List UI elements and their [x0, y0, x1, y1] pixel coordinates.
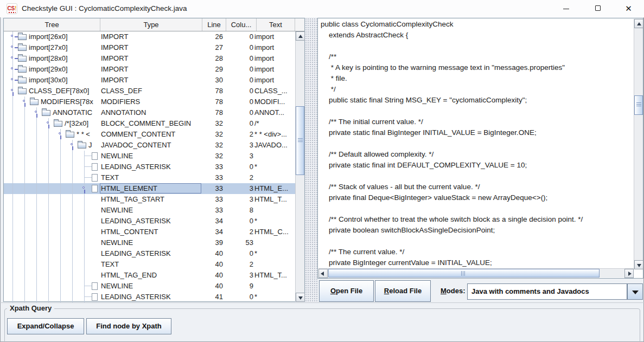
code-line: [318, 138, 634, 149]
tree-guide-line: [36, 194, 37, 205]
close-button[interactable]: ✕: [613, 0, 644, 17]
code-scroll-right-button[interactable]: [624, 269, 634, 278]
tree-guide-line: [36, 248, 37, 259]
split-pane-divider[interactable]: [305, 18, 317, 302]
tree-table-row[interactable]: HTML_CONTENT342HTML_C...: [4, 227, 295, 237]
tree-guide-line: [24, 281, 25, 292]
code-pane: public class CyclomaticComplexityCheck e…: [317, 18, 643, 279]
tree-table-row[interactable]: HTML_TAG_START333HTML_T...: [4, 194, 295, 205]
minimize-button[interactable]: [550, 0, 582, 17]
modes-combobox[interactable]: Java with comments and Javadocs: [467, 283, 627, 300]
tree-table-row[interactable]: import[30x0]IMPORT300import: [4, 75, 295, 86]
code-hscrollbar-thumb[interactable]: [328, 269, 600, 278]
maximize-button[interactable]: [582, 0, 614, 17]
code-scroll-down-button[interactable]: [634, 260, 643, 269]
tree-table-row[interactable]: TEXT332: [4, 172, 295, 183]
tree-guide-line: [24, 172, 25, 183]
ast-tree-table: Tree Type Line Colu... Text import[26x0]…: [3, 18, 305, 302]
tree-table-row[interactable]: JJAVADOC_CONTENT323JAVADO...: [4, 140, 295, 151]
cell-line: 26: [198, 31, 223, 42]
tree-cell: [4, 292, 100, 302]
tree-guide-line: [48, 216, 49, 227]
cell-line: 29: [198, 64, 223, 75]
modes-combobox-arrow-button[interactable]: [627, 283, 643, 300]
tree-table-row[interactable]: /*[32x0]BLOCK_COMMENT_BEGIN320/*: [4, 118, 295, 129]
tree-scroll-up-button[interactable]: [296, 31, 305, 41]
column-header-tree[interactable]: Tree: [4, 18, 100, 31]
tree-guide-line: [36, 227, 37, 237]
code-horizontal-scrollbar[interactable]: [318, 268, 634, 278]
tree-cell: [4, 248, 100, 259]
tree-guide-line: [12, 151, 13, 162]
tree-table-row[interactable]: LEADING_ASTERISK410*: [4, 292, 295, 302]
tree-table-row[interactable]: * * <COMMENT_CONTENT322* * <div>...: [4, 129, 295, 140]
tree-table-row[interactable]: TEXT402: [4, 259, 295, 270]
tree-guide-line: [72, 162, 73, 172]
tree-guide-line: [36, 140, 37, 151]
tree-table-row[interactable]: NEWLINE323: [4, 151, 295, 162]
tree-guide-line: [12, 227, 13, 237]
reload-file-button[interactable]: Reload File: [375, 280, 431, 302]
tree-collapse-handle-icon[interactable]: [82, 185, 92, 193]
code-line: * file.: [318, 73, 634, 84]
tree-table-header: Tree Type Line Colu... Text: [4, 18, 304, 31]
code-editor[interactable]: public class CyclomaticComplexityCheck e…: [318, 19, 634, 269]
code-scroll-up-button[interactable]: [634, 19, 643, 28]
tree-table-row[interactable]: HTML_TAG_END403HTML_T...: [4, 270, 295, 281]
cell-column: 2: [223, 129, 253, 140]
tree-guide-line: [72, 248, 73, 259]
code-line: [318, 203, 634, 214]
tree-guide-line: [48, 172, 49, 183]
cell-type: LEADING_ASTERISK: [101, 162, 201, 172]
code-scrollbar-thumb[interactable]: [634, 95, 643, 115]
cell-text: [254, 172, 295, 183]
tree-table-row[interactable]: NEWLINE338: [4, 205, 295, 216]
tree-table-row[interactable]: CLASS_DEF[78x0]CLASS_DEF780CLASS_...: [4, 86, 295, 96]
tree-guide-line: [12, 205, 13, 216]
focused-cell-border: [100, 183, 201, 193]
tree-guide-line: [36, 237, 37, 248]
tree-cell: [4, 172, 100, 183]
column-header-line[interactable]: Line: [202, 18, 226, 31]
app-icon-cs-text: CS: [7, 5, 15, 11]
tree-node-label: import[29x0]: [29, 64, 68, 75]
handle-knob: [11, 89, 13, 91]
tree-table-row[interactable]: NEWLINE3953: [4, 237, 295, 248]
tree-table-row[interactable]: import[29x0]IMPORT290import: [4, 64, 295, 75]
tree-table-row[interactable]: LEADING_ASTERISK400*: [4, 248, 295, 259]
tree-scroll-down-button[interactable]: [296, 293, 305, 302]
cell-column: 0: [223, 42, 253, 53]
tree-guide-line: [36, 151, 37, 162]
open-file-button[interactable]: Open File: [319, 280, 374, 302]
tree-table-row[interactable]: import[28x0]IMPORT280import: [4, 53, 295, 64]
cell-column: 3: [223, 270, 253, 281]
tree-table-row[interactable]: import[27x0]IMPORT270import: [4, 42, 295, 53]
code-vertical-scrollbar[interactable]: [634, 19, 643, 269]
column-header-type[interactable]: Type: [100, 18, 202, 31]
tree-table-row[interactable]: NEWLINE409: [4, 281, 295, 292]
tree-vertical-scrollbar[interactable]: [295, 31, 304, 302]
column-header-text[interactable]: Text: [257, 18, 295, 31]
code-line: private boolean switchBlockAsSingleDecis…: [318, 225, 634, 236]
find-node-by-xpath-button[interactable]: Find node by Xpath: [86, 318, 171, 334]
tree-guide-line: [36, 129, 37, 140]
tree-table-row[interactable]: MODIFIERS[78xMODIFIERS780MODIFI...: [4, 96, 295, 107]
tree-table-row[interactable]: LEADING_ASTERISK330*: [4, 162, 295, 172]
expand-collapse-button[interactable]: Expand/Collapse: [7, 318, 84, 334]
tree-node-label: import[30x0]: [29, 75, 68, 86]
tree-table-row[interactable]: HTML_ELEMENT333HTML_E...: [4, 183, 295, 194]
code-scroll-left-button[interactable]: [318, 269, 328, 278]
cell-text: HTML_C...: [254, 227, 295, 237]
column-header-column[interactable]: Colu...: [226, 18, 257, 31]
cell-type: MODIFIERS: [101, 96, 201, 107]
tree-table-row[interactable]: import[26x0]IMPORT260import: [4, 31, 295, 42]
tree-guide-line: [36, 172, 37, 183]
cell-type: HTML_TAG_END: [101, 270, 201, 281]
tree-leaf-connector: [85, 296, 92, 297]
tree-scrollbar-thumb[interactable]: [296, 106, 304, 175]
tree-table-row[interactable]: LEADING_ASTERISK340*: [4, 216, 295, 227]
arrow-right-icon: [628, 272, 632, 276]
tree-node-label: import[27x0]: [29, 42, 68, 53]
tree-table-row[interactable]: ANNOTATICANNOTATION780ANNOT...: [4, 107, 295, 118]
code-line: private final Deque<BigInteger> valueSta…: [318, 192, 634, 203]
